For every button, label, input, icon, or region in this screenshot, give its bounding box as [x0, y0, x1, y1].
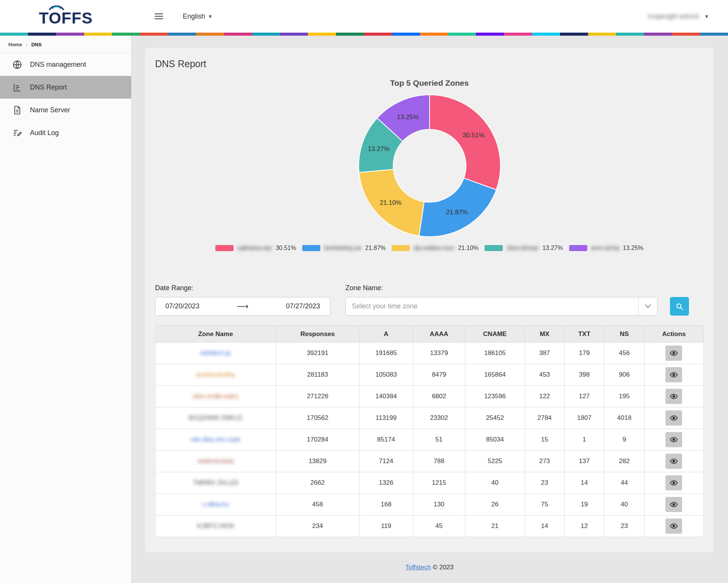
- toffs-logo: TOFFS: [39, 6, 93, 26]
- zone-select-placeholder: Select your time zone: [352, 302, 417, 310]
- legend-swatch: [215, 245, 234, 251]
- txt-cell: 14: [564, 472, 604, 494]
- legend-item[interactable]: dq-vwkbrs.mzx21.10%: [392, 245, 479, 251]
- page-body: Home › DNS DNS managementDNS ReportName …: [0, 36, 728, 583]
- ns-cell: 4018: [604, 407, 645, 429]
- actions-cell: [644, 386, 703, 407]
- column-header: A: [359, 326, 413, 343]
- view-details-button[interactable]: [665, 432, 682, 447]
- zone-name-cell: TMRBX ZKLQS: [155, 472, 276, 494]
- chart-legend: sqkhdxw.vqz30.51%bmrkdvlnq.zw21.87%dq-vw…: [155, 245, 704, 251]
- breadcrumb-home[interactable]: Home: [8, 42, 22, 47]
- zone-name-cell: vbw-zmltb.wqhz: [155, 386, 276, 407]
- stripe-segment: [644, 33, 672, 36]
- sidebar-item-dns-report[interactable]: DNS Report: [0, 76, 131, 99]
- stripe-segment: [476, 33, 504, 36]
- donut-slice-label: 13.25%: [397, 113, 419, 121]
- eye-icon: [670, 522, 678, 530]
- date-range-picker[interactable]: 07/20/2023 ⟶ 07/27/2023: [155, 297, 330, 316]
- column-header: Responses: [276, 326, 359, 343]
- sidebar-item-label: DNS management: [30, 61, 86, 69]
- txt-cell: 127: [564, 386, 604, 407]
- ns-cell: 40: [604, 494, 645, 515]
- actions-cell: [644, 429, 703, 451]
- legend-item[interactable]: sqkhdxw.vqz30.51%: [215, 245, 296, 251]
- user-menu[interactable]: nvqamgbl wdrzst ▼: [648, 13, 709, 20]
- eye-icon: [670, 392, 678, 401]
- globe-icon: [12, 60, 22, 70]
- zone-name-masked: pmdrw.bxdhg: [196, 371, 235, 378]
- a-cell: 119: [359, 515, 413, 537]
- toffstech-link[interactable]: Toffstech: [405, 564, 431, 571]
- legend-item[interactable]: bmrkdvlnq.zw21.87%: [302, 245, 386, 251]
- search-button[interactable]: [670, 297, 689, 316]
- cname-cell: 123596: [465, 386, 525, 407]
- decorative-stripe: [0, 33, 728, 36]
- view-details-button[interactable]: [665, 475, 682, 490]
- donut-slice[interactable]: [419, 178, 496, 237]
- zone-name-cell: rwdmrw.bzlq: [155, 451, 276, 472]
- mx-cell: 14: [525, 515, 564, 537]
- donut-slice-label: 13.27%: [367, 145, 389, 152]
- mx-cell: 387: [525, 343, 564, 364]
- menu-toggle-button[interactable]: [153, 11, 165, 22]
- copyright-text: © 2023: [433, 564, 453, 571]
- view-details-button[interactable]: [665, 454, 682, 469]
- date-range-label: Date Range:: [155, 284, 330, 292]
- responses-cell: 458: [276, 494, 359, 515]
- stripe-segment: [308, 33, 336, 36]
- actions-cell: [644, 343, 703, 364]
- txt-cell: 1: [564, 429, 604, 451]
- aaaa-cell: 13379: [413, 343, 465, 364]
- stripe-segment: [504, 33, 532, 36]
- hamburger-icon: [153, 11, 165, 21]
- view-details-button[interactable]: [665, 410, 682, 426]
- actions-cell: [644, 494, 703, 515]
- view-details-button[interactable]: [665, 519, 682, 534]
- language-dropdown[interactable]: English ▼: [183, 13, 213, 20]
- view-details-button[interactable]: [665, 497, 682, 512]
- view-details-button[interactable]: [665, 389, 682, 404]
- table-row: c-dlbw.ku45816813026751940: [155, 494, 704, 515]
- a-cell: 140384: [359, 386, 413, 407]
- date-from-value[interactable]: 07/20/2023: [165, 302, 199, 310]
- legend-percent: 21.87%: [365, 245, 386, 251]
- a-cell: 168: [359, 494, 413, 515]
- ns-cell: 282: [604, 451, 645, 472]
- sidebar-item-name-server[interactable]: Name Server: [0, 99, 131, 121]
- aaaa-cell: 45: [413, 515, 465, 537]
- legend-item[interactable]: wrm-zd.kq13.25%: [569, 245, 643, 251]
- stripe-segment: [140, 33, 168, 36]
- zone-select[interactable]: Select your time zone: [345, 297, 657, 316]
- chevron-down-icon: ▼: [704, 14, 709, 19]
- responses-cell: 281183: [276, 364, 359, 386]
- column-header: NS: [604, 326, 645, 343]
- ns-cell: 456: [604, 343, 645, 364]
- legend-label-masked: dq-vwkbrs.mzx: [414, 245, 454, 251]
- legend-swatch: [392, 245, 410, 251]
- zone-name-masked: wkr.dbq.vtm.cqsk: [191, 436, 240, 443]
- stripe-segment: [196, 33, 224, 36]
- view-details-button[interactable]: [665, 367, 682, 382]
- stripe-segment: [336, 33, 364, 36]
- zone-name-masked: c-dlbw.ku: [202, 501, 229, 508]
- actions-cell: [644, 472, 703, 494]
- cname-cell: 40: [465, 472, 525, 494]
- date-to-value[interactable]: 07/27/2023: [286, 302, 320, 310]
- donut-slice[interactable]: [430, 95, 500, 190]
- sidebar-item-dns-management[interactable]: DNS management: [0, 53, 131, 76]
- view-details-button[interactable]: [665, 346, 682, 361]
- chart-title: Top 5 Queried Zones: [155, 79, 704, 88]
- sidebar-item-audit-log[interactable]: Audit Log: [0, 121, 131, 144]
- ns-cell: 44: [604, 472, 645, 494]
- legend-item[interactable]: zkwv.dmrqn13.27%: [485, 245, 563, 251]
- language-label: English: [183, 13, 205, 20]
- zone-name-label: Zone Name:: [345, 284, 704, 292]
- stripe-segment: [420, 33, 448, 36]
- mx-cell: 2784: [525, 407, 564, 429]
- app-root: TOFFS English ▼ nvqamgbl wdrzst ▼ Ho: [0, 0, 728, 583]
- aaaa-cell: 8479: [413, 364, 465, 386]
- a-cell: 191685: [359, 343, 413, 364]
- table-row: pmdrw.bxdhg28118310508384791658644533989…: [155, 364, 704, 386]
- aaaa-cell: 788: [413, 451, 465, 472]
